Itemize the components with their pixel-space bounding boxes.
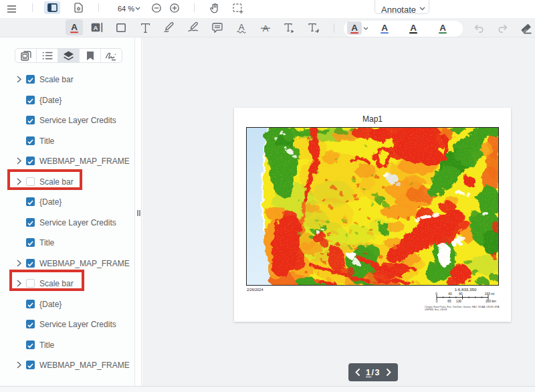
svg-text:A: A — [410, 23, 417, 33]
svg-text:65: 65 — [447, 300, 451, 303]
svg-text:A: A — [239, 22, 245, 32]
svg-text:A: A — [439, 23, 446, 33]
svg-text:A: A — [351, 23, 358, 33]
svg-text:A: A — [94, 24, 98, 31]
svg-text:A: A — [381, 23, 388, 33]
svg-text:USFWS, Esri, USGS: USFWS, Esri, USGS — [425, 308, 447, 311]
svg-text:260 km: 260 km — [486, 300, 496, 303]
svg-text:40: 40 — [448, 292, 452, 296]
svg-text:0: 0 — [436, 300, 438, 303]
svg-text:130: 130 — [456, 300, 461, 303]
svg-text:A: A — [71, 22, 78, 32]
svg-text:1:6,833,350: 1:6,833,350 — [455, 287, 477, 292]
svg-text:0: 0 — [435, 292, 437, 296]
svg-text:80: 80 — [459, 292, 463, 296]
svg-text:160 mi: 160 mi — [485, 292, 494, 296]
